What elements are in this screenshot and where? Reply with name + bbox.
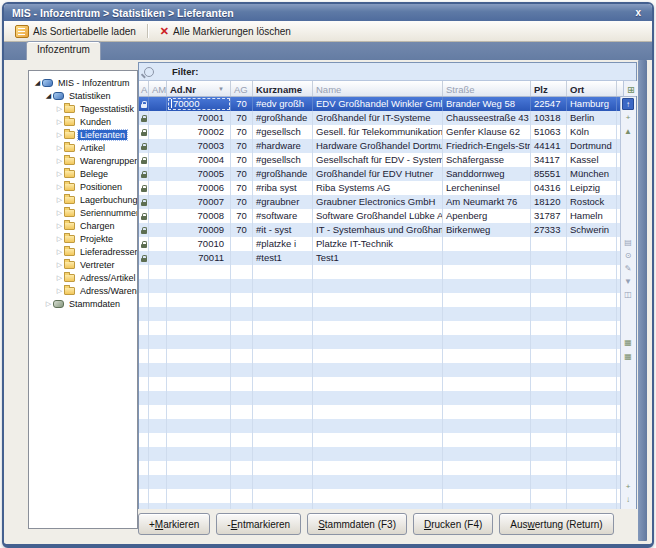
- cell: Gesellschaft für EDV - Systeme: [313, 153, 443, 167]
- expand-arrow-icon[interactable]: ▷: [55, 143, 64, 152]
- expand-arrow-icon[interactable]: ▷: [55, 286, 64, 295]
- scroll-bottom-icon[interactable]: ↓: [622, 494, 634, 506]
- column-header-name[interactable]: Name: [313, 81, 443, 96]
- tree-item-mis-infozentrum[interactable]: ◢MIS - Infozentrum: [29, 76, 137, 89]
- cell: [313, 461, 443, 475]
- adnr-edit-cell[interactable]: 70000: [167, 97, 231, 111]
- tree-item-vertreter[interactable]: ▷Vertreter: [29, 258, 137, 271]
- table-row[interactable]: 7000670#riba systRiba Systems AGLercheni…: [139, 181, 636, 195]
- column-header-a[interactable]: A: [139, 81, 149, 96]
- tree-item-artikel[interactable]: ▷Artikel: [29, 141, 137, 154]
- cell: [149, 139, 167, 153]
- filter-row[interactable]: Filter:: [139, 63, 636, 81]
- drucken-f4-button[interactable]: Drucken (F4): [413, 513, 493, 535]
- table-row[interactable]: 70010#platzke iPlatzke IT-Technik: [139, 237, 636, 251]
- tree-item-adress-warengruppen[interactable]: ▷Adress/Warengruppen: [29, 284, 137, 297]
- expand-arrow-icon[interactable]: ▷: [55, 273, 64, 282]
- tree-item-positionen[interactable]: ▷Positionen: [29, 180, 137, 193]
- close-icon[interactable]: x: [632, 5, 644, 20]
- tab-infozentrum[interactable]: Infozentrum: [26, 41, 101, 60]
- tree-item-lagerbuchungen[interactable]: ▷Lagerbuchungen: [29, 193, 137, 206]
- filter-icon[interactable]: ▼: [622, 276, 634, 288]
- expand-arrow-icon[interactable]: ▷: [55, 260, 64, 269]
- expand-arrow-icon[interactable]: ▷: [55, 195, 64, 204]
- grid-body: 7000070#edv großhEDV Großhandel Winkler …: [139, 97, 636, 509]
- column-header-kurzname[interactable]: Kurzname: [253, 81, 313, 96]
- edit-icon[interactable]: ✎: [622, 263, 634, 275]
- tree-item-lieferanten[interactable]: ▷Lieferanten: [29, 128, 137, 141]
- auswertung-return-button[interactable]: Auswertung (Return): [499, 513, 613, 535]
- table-row-empty: [139, 447, 636, 461]
- cell: [253, 475, 313, 489]
- tree-item-projekte[interactable]: ▷Projekte: [29, 232, 137, 245]
- add-icon[interactable]: +: [622, 481, 634, 493]
- search-icon[interactable]: ⊙: [622, 250, 634, 262]
- table-row[interactable]: 7000970#it - systIT - Systemhaus und Gro…: [139, 223, 636, 237]
- table-icon[interactable]: ▦: [622, 337, 634, 349]
- stammdaten-f3-button[interactable]: Stammdaten (F3): [307, 513, 407, 535]
- expand-arrow-icon[interactable]: ▷: [55, 169, 64, 178]
- expand-arrow-icon[interactable]: ▷: [55, 156, 64, 165]
- cell: [567, 461, 617, 475]
- table-row[interactable]: 7000270#gesellschGesell. für Telekommuni…: [139, 125, 636, 139]
- lock-column-cell: [139, 321, 149, 335]
- column-header-ad-nr[interactable]: Ad.Nr▼: [167, 81, 231, 96]
- column-header-straße[interactable]: Straße: [443, 81, 531, 96]
- expand-arrow-icon[interactable]: ▷: [55, 130, 64, 139]
- table-row[interactable]: 7000070#edv großhEDV Großhandel Winkler …: [139, 97, 636, 111]
- table-row[interactable]: 7000170#großhandeGroßhandel für IT-Syste…: [139, 111, 636, 125]
- collapse-arrow-icon[interactable]: ◢: [33, 78, 42, 87]
- tree-item-lieferadressen[interactable]: ▷Lieferadressen: [29, 245, 137, 258]
- lock-icon: [141, 202, 147, 206]
- expand-arrow-icon[interactable]: ▷: [55, 104, 64, 113]
- nav-prev-icon[interactable]: ▲: [622, 126, 634, 138]
- scroll-top-icon[interactable]: ↑: [622, 98, 634, 110]
- expand-arrow-icon[interactable]: ▷: [44, 299, 53, 308]
- load-sort-table-button[interactable]: Als Sortiertabelle laden: [8, 23, 143, 40]
- tree-item-stammdaten[interactable]: ▷Stammdaten: [29, 297, 137, 310]
- tree-item-adress-artikel[interactable]: ▷Adress/Artikel: [29, 271, 137, 284]
- tree-item-warengruppen[interactable]: ▷Warengruppen: [29, 154, 137, 167]
- table-row[interactable]: 7000370#hardwareHardware Großhandel Dort…: [139, 139, 636, 153]
- entmarkieren-button[interactable]: - Entmarkieren: [216, 513, 301, 535]
- expand-arrow-icon[interactable]: ▷: [55, 221, 64, 230]
- view-list-icon[interactable]: ▤: [622, 237, 634, 249]
- table-row[interactable]: 7000870#softwareSoftware Großhandel Lübk…: [139, 209, 636, 223]
- markieren-button[interactable]: + Markieren: [138, 513, 210, 535]
- cell: Gesell. für Telekommunikation: [313, 125, 443, 139]
- table-alt-icon[interactable]: ▦: [622, 351, 634, 363]
- cell: Birkenweg: [443, 223, 531, 237]
- column-header-ag[interactable]: AG: [231, 81, 253, 96]
- cell: [167, 433, 231, 447]
- grid-header-row: AAMAd.Nr▼AGKurznameNameStraßePlzOrt⊞: [139, 81, 636, 97]
- column-header-plz[interactable]: Plz: [531, 81, 567, 96]
- expand-arrow-icon[interactable]: ▷: [55, 234, 64, 243]
- expand-arrow-icon[interactable]: ▷: [55, 117, 64, 126]
- cell: [567, 293, 617, 307]
- cell: 70: [231, 209, 253, 223]
- expand-arrow-icon[interactable]: ▷: [55, 182, 64, 191]
- tree-item-statistiken[interactable]: ◢Statistiken: [29, 89, 137, 102]
- collapse-arrow-icon[interactable]: ◢: [44, 91, 53, 100]
- tree-item-chargen[interactable]: ▷Chargen: [29, 219, 137, 232]
- note-icon[interactable]: ◫: [622, 289, 634, 301]
- table-row[interactable]: 7000770#graubnerGraubner Electronics Gmb…: [139, 195, 636, 209]
- table-row[interactable]: 7000470#gesellschGesellschaft für EDV - …: [139, 153, 636, 167]
- table-row-empty: [139, 503, 636, 509]
- clear-marks-button[interactable]: ✕ Alle Markierungen löschen: [153, 24, 298, 39]
- tree-item-belege[interactable]: ▷Belege: [29, 167, 137, 180]
- table-row[interactable]: 7000570#großhandeGroßhandel für EDV Hutn…: [139, 167, 636, 181]
- expand-arrow-icon[interactable]: ▷: [55, 247, 64, 256]
- tree-item-seriennummern[interactable]: ▷Seriennummern: [29, 206, 137, 219]
- column-header-ort[interactable]: Ort: [567, 81, 617, 96]
- cell: [253, 307, 313, 321]
- nav-up-icon[interactable]: +: [622, 112, 634, 124]
- tree-item-kunden[interactable]: ▷Kunden: [29, 115, 137, 128]
- table-row[interactable]: 70011#test1Test1: [139, 251, 636, 265]
- tree-item-tagesstatistik[interactable]: ▷Tagesstatistik: [29, 102, 137, 115]
- column-header-am[interactable]: AM: [149, 81, 167, 96]
- cell: 85551: [531, 167, 567, 181]
- expand-arrow-icon[interactable]: ▷: [55, 208, 64, 217]
- cell: [149, 167, 167, 181]
- column-chooser-icon[interactable]: ⊞: [623, 81, 638, 96]
